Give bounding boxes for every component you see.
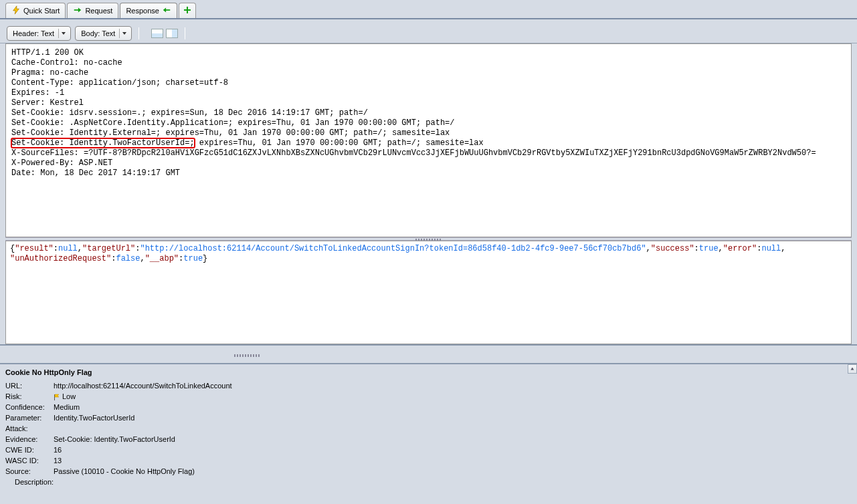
- tab-label: Quick Start: [23, 7, 60, 15]
- value-wasc: 13: [54, 455, 236, 466]
- json-val: null: [58, 244, 78, 253]
- label-source: Source:: [5, 466, 54, 477]
- body-format-dropdown[interactable]: Body: Text: [75, 26, 132, 41]
- header-line: Pragma: no-cache: [11, 68, 846, 78]
- header-segment: expires=Thu, 01 Jan 1970 00:00:00 GMT; p…: [195, 138, 484, 148]
- header-line: Set-Cookie: .AspNetCore.Identity.Applica…: [11, 118, 846, 128]
- response-headers-view[interactable]: HTTP/1.1 200 OK Cache-Control: no-cache …: [5, 43, 852, 237]
- header-line: Server: Kestrel: [11, 98, 846, 108]
- chevron-down-icon: [58, 29, 68, 38]
- layout-icons: [151, 29, 178, 38]
- tab-add[interactable]: [179, 3, 196, 18]
- alert-detail-panel: Cookie No HttpOnly Flag URL:http://local…: [0, 364, 857, 503]
- header-format-dropdown[interactable]: Header: Text: [7, 26, 71, 41]
- json-val: null: [761, 244, 781, 253]
- header-line: X-Powered-By: ASP.NET: [11, 158, 846, 168]
- value-confidence: Medium: [54, 402, 236, 412]
- json-key: "error": [723, 244, 757, 253]
- flag-icon: [54, 394, 60, 400]
- header-line: Cache-Control: no-cache: [11, 58, 846, 68]
- json-key: "result": [15, 244, 54, 253]
- toolbar: Header: Text Body: Text: [0, 23, 857, 43]
- json-key: "success": [651, 244, 694, 253]
- header-line: Content-Type: application/json; charset=…: [11, 78, 846, 88]
- label-wasc: WASC ID:: [5, 455, 54, 466]
- label-confidence: Confidence:: [5, 402, 54, 412]
- scrollbar[interactable]: [848, 364, 857, 503]
- value-cwe: 16: [54, 445, 236, 455]
- arrow-right-icon: [73, 5, 82, 16]
- label-description: Description:: [5, 477, 236, 487]
- content-panel: HTTP/1.1 200 OK Cache-Control: no-cache …: [0, 43, 857, 344]
- risk-text: Low: [62, 392, 76, 400]
- label-cwe: CWE ID:: [5, 445, 54, 455]
- json-val: true: [699, 244, 719, 253]
- value-source: Passive (10010 - Cookie No HttpOnly Flag…: [54, 466, 236, 477]
- highlight-box: [11, 138, 195, 148]
- header-line: Set-Cookie: idsrv.session=.; expires=Sun…: [11, 108, 846, 118]
- scroll-up-icon[interactable]: [848, 364, 857, 374]
- svg-marker-2: [78, 8, 81, 13]
- json-val: "http://localhost:62114/Account/SwitchTo…: [140, 244, 646, 253]
- separator: [138, 27, 139, 39]
- main-splitter[interactable]: [0, 344, 857, 364]
- label-risk: Risk:: [5, 391, 54, 402]
- json-val: false: [116, 254, 140, 263]
- header-line: Set-Cookie: Identity.External=; expires=…: [11, 128, 846, 138]
- tab-quick-start[interactable]: Quick Start: [5, 3, 66, 18]
- header-line: X-SourceFiles: =?UTF-8?B?RDpcR2l0aHViXGF…: [11, 148, 846, 158]
- value-url: http://localhost:62114/Account/SwitchToL…: [54, 380, 236, 391]
- plus-icon: [183, 6, 191, 15]
- header-line: Expires: -1: [11, 88, 846, 98]
- svg-marker-8: [122, 32, 126, 35]
- value-risk: Low: [54, 391, 236, 402]
- alert-detail-table: URL:http://localhost:62114/Account/Switc…: [5, 380, 236, 487]
- splitter-h[interactable]: [5, 237, 852, 241]
- json-key: "targetUrl": [82, 244, 135, 253]
- value-parameter: Identity.TwoFactorUserId: [54, 412, 236, 423]
- alert-title: Cookie No HttpOnly Flag: [5, 367, 852, 380]
- label-parameter: Parameter:: [5, 412, 54, 423]
- response-body-view[interactable]: {"result":null,"targetUrl":"http://local…: [5, 241, 852, 344]
- label-evidence: Evidence:: [5, 434, 54, 445]
- svg-marker-10: [851, 368, 854, 370]
- json-key: "__abp": [145, 254, 179, 263]
- layout-split-icon[interactable]: [166, 29, 178, 38]
- svg-marker-7: [62, 32, 66, 35]
- label-url: URL:: [5, 380, 54, 391]
- separator: [185, 27, 185, 39]
- header-line: Date: Mon, 18 Dec 2017 14:19:17 GMT: [11, 168, 846, 178]
- dropdown-label: Body: Text: [81, 29, 115, 37]
- arrow-left-icon: [162, 5, 171, 16]
- header-line: HTTP/1.1 200 OK: [11, 48, 846, 58]
- label-attack: Attack:: [5, 423, 54, 434]
- value-attack: [54, 423, 236, 434]
- main-tabs: Quick Start Request Response: [0, 0, 857, 19]
- json-val: true: [183, 254, 203, 263]
- lightning-icon: [11, 5, 21, 16]
- tab-label: Response: [126, 7, 159, 15]
- json-key: "unAuthorizedRequest": [10, 254, 111, 263]
- tab-request[interactable]: Request: [67, 3, 118, 18]
- dropdown-label: Header: Text: [13, 29, 54, 37]
- layout-single-icon[interactable]: [151, 29, 163, 38]
- svg-rect-6: [184, 9, 191, 11]
- tab-label: Request: [85, 7, 112, 15]
- chevron-down-icon: [119, 29, 128, 38]
- value-evidence: Set-Cookie: Identity.TwoFactorUserId: [54, 434, 236, 445]
- svg-marker-4: [163, 8, 166, 13]
- tab-response[interactable]: Response: [120, 3, 177, 18]
- svg-marker-0: [13, 6, 19, 14]
